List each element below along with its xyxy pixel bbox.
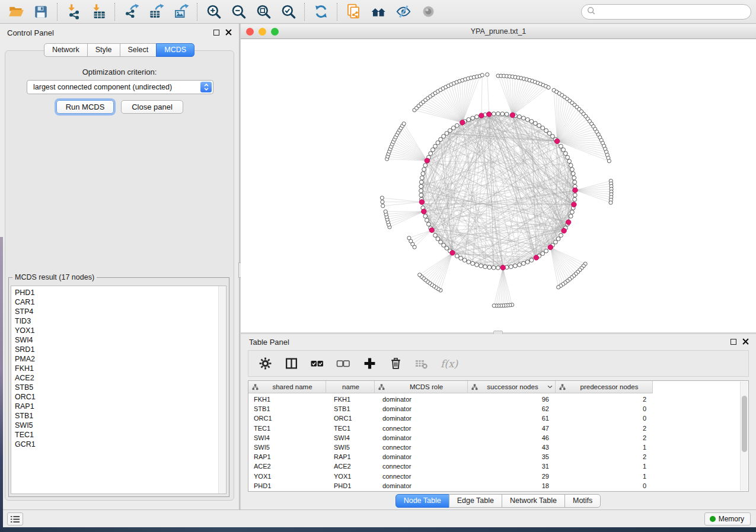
control-panel-tabs: NetworkStyleSelectMCDS (0, 43, 239, 57)
table-toolbar: f(x) (248, 350, 749, 377)
control-panel: Control Panel NetworkStyleSelectMCDS Opt… (0, 24, 239, 509)
table-row[interactable]: STB1STB1dominator620 (248, 404, 748, 414)
mcds-result-item[interactable]: STP4 (15, 307, 226, 316)
column-header-MCDS-role[interactable]: MCDS role (375, 381, 468, 393)
control-panel-titlebar: Control Panel (0, 24, 239, 41)
column-header-successor-nodes[interactable]: successor nodes (468, 381, 556, 393)
tab-mcds[interactable]: MCDS (156, 43, 194, 57)
column-type-icon (559, 384, 566, 390)
deselect-all-icon[interactable] (336, 357, 350, 371)
mcds-result-item[interactable]: ACE2 (15, 373, 226, 383)
export-image-icon[interactable] (173, 4, 189, 20)
delete-table-icon-disabled (414, 357, 429, 371)
network-window: YPA_prune.txt_1 (241, 25, 756, 332)
search-icon (586, 6, 596, 18)
table-scrollbar[interactable] (740, 382, 748, 491)
tab-node-table[interactable]: Node Table (395, 494, 449, 508)
mcds-result-list[interactable]: PHD1CAR1STP4TID3YOX1SWI4SRD1PMA2FKH1ACE2… (11, 286, 227, 494)
mcds-result-item[interactable]: RAP1 (15, 402, 226, 411)
search-input[interactable] (596, 8, 746, 16)
zoom-fit-icon[interactable] (255, 4, 272, 20)
search-field[interactable] (581, 4, 751, 20)
mcds-result-item[interactable]: CAR1 (15, 297, 226, 307)
optimization-criterion-label: Optimization criterion: (5, 68, 234, 76)
mcds-panel: Optimization criterion: largest connecte… (5, 50, 234, 501)
network-canvas[interactable] (241, 39, 756, 332)
column-header-name[interactable]: name (326, 381, 375, 393)
column-header-predecessor-nodes[interactable]: predecessor nodes (556, 381, 653, 393)
delete-column-icon[interactable] (388, 357, 403, 371)
mcds-result-item[interactable]: GCR1 (15, 440, 226, 449)
close-panel-button[interactable]: Close panel (121, 100, 183, 114)
network-window-titlebar[interactable]: YPA_prune.txt_1 (241, 25, 756, 39)
dropdown-stepper-icon (200, 82, 212, 92)
float-panel-icon[interactable] (213, 30, 219, 36)
memory-status-icon (710, 516, 716, 522)
zoom-out-icon[interactable] (230, 4, 247, 20)
mcds-result-item[interactable]: TEC1 (15, 430, 226, 440)
export-table-icon[interactable] (148, 4, 164, 20)
table-row[interactable]: RAP1RAP1dominator352 (248, 452, 748, 462)
table-settings-icon[interactable] (258, 357, 272, 371)
mcds-result-item[interactable]: YOX1 (15, 326, 226, 335)
mcds-result-item[interactable]: SWI4 (15, 335, 226, 345)
mcds-result-item[interactable]: SRD1 (15, 345, 226, 354)
table-row[interactable]: SWI5SWI5connector431 (248, 443, 748, 452)
task-history-button[interactable] (7, 512, 23, 525)
column-type-icon (378, 384, 385, 390)
mcds-result-item[interactable]: TID3 (15, 316, 226, 326)
network-window-title: YPA_prune.txt_1 (241, 27, 756, 36)
table-row[interactable]: FKH1FKH1dominator962 (248, 395, 748, 404)
mcds-result-item[interactable]: STB1 (15, 411, 226, 421)
tab-select[interactable]: Select (120, 43, 157, 57)
table-row[interactable]: TEC1TEC1connector472 (248, 424, 748, 433)
share-document-icon[interactable] (345, 4, 362, 20)
run-mcds-button[interactable]: Run MCDS (56, 100, 114, 114)
tab-motifs[interactable]: Motifs (564, 494, 601, 508)
zoom-selected-icon[interactable] (280, 4, 296, 20)
table-row[interactable]: YOX1YOX1connector291 (248, 472, 748, 481)
save-session-icon[interactable] (33, 4, 49, 20)
show-columns-icon[interactable] (284, 357, 298, 371)
zoom-in-icon[interactable] (205, 4, 222, 20)
criterion-dropdown[interactable]: largest connected component (undirected) (27, 80, 213, 94)
open-file-icon[interactable] (8, 4, 24, 20)
mcds-result-item[interactable]: SWI5 (15, 421, 226, 430)
mcds-result-item[interactable]: ORC1 (15, 392, 226, 402)
import-network-icon[interactable] (65, 4, 82, 20)
tab-edge-table[interactable]: Edge Table (449, 494, 502, 508)
mcds-result-title: MCDS result (17 nodes) (12, 273, 97, 281)
show-all-icon[interactable] (420, 4, 436, 20)
import-table-icon[interactable] (90, 4, 107, 20)
close-panel-icon[interactable] (742, 336, 749, 347)
mcds-list-scrollbar[interactable] (218, 286, 226, 493)
table-row[interactable]: ORC1ORC1dominator610 (248, 414, 748, 423)
tab-network[interactable]: Network (44, 43, 88, 57)
column-header-shared-name[interactable]: shared name (248, 381, 326, 393)
close-panel-icon[interactable] (225, 27, 232, 38)
criterion-value: largest connected component (undirected) (33, 83, 172, 91)
mcds-result-item[interactable]: PHD1 (15, 288, 226, 297)
main-toolbar (0, 0, 756, 24)
select-all-icon[interactable] (310, 357, 324, 371)
table-scrollbar-thumb[interactable] (742, 396, 747, 452)
first-neighbors-icon[interactable] (370, 4, 387, 20)
mcds-result-item[interactable]: STB5 (15, 383, 226, 392)
tab-style[interactable]: Style (87, 43, 120, 57)
table-row[interactable]: SWI4SWI4dominator462 (248, 433, 748, 443)
memory-button[interactable]: Memory (704, 512, 751, 525)
refresh-view-icon[interactable] (312, 4, 329, 20)
node-table: shared namenameMCDS rolesuccessor nodesp… (248, 380, 749, 492)
tab-network-table[interactable]: Network Table (502, 494, 565, 508)
table-row[interactable]: ACE2ACE2connector311 (248, 462, 748, 471)
table-header-row: shared namenameMCDS rolesuccessor nodesp… (248, 381, 653, 393)
table-row[interactable]: PHD1PHD1dominator180 (248, 481, 748, 491)
add-column-icon[interactable] (362, 357, 377, 371)
mcds-result-item[interactable]: FKH1 (15, 364, 226, 373)
export-network-icon[interactable] (123, 4, 139, 20)
mcds-result-item[interactable]: PMA2 (15, 354, 226, 364)
desktop-background (0, 527, 756, 532)
mcds-result-group: MCDS result (17 nodes) PHD1CAR1STP4TID3Y… (8, 277, 229, 497)
float-panel-icon[interactable] (731, 339, 736, 345)
hide-selected-icon[interactable] (395, 4, 412, 20)
